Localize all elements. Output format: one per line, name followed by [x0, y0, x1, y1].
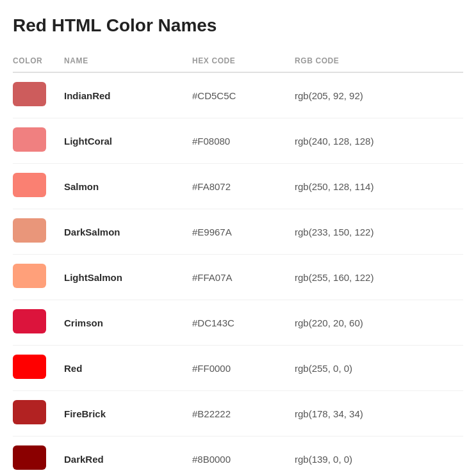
- color-swatch: [13, 400, 46, 424]
- header-hex: HEX CODE: [192, 51, 295, 72]
- hex-code: #8B0000: [192, 437, 295, 474]
- color-swatch: [13, 309, 46, 333]
- rgb-code: rgb(240, 128, 128): [295, 118, 463, 164]
- color-swatch: [13, 264, 46, 288]
- rgb-code: rgb(255, 160, 122): [295, 255, 463, 300]
- table-row: Crimson#DC143Crgb(220, 20, 60): [13, 300, 463, 346]
- color-swatch-cell: [13, 300, 64, 346]
- color-swatch: [13, 218, 46, 243]
- color-name: LightCoral: [64, 118, 192, 164]
- color-swatch-cell: [13, 255, 64, 300]
- table-row: Red#FF0000rgb(255, 0, 0): [13, 346, 463, 391]
- hex-code: #F08080: [192, 118, 295, 164]
- rgb-code: rgb(255, 0, 0): [295, 346, 463, 391]
- color-name: Salmon: [64, 164, 192, 209]
- header-rgb: RGB CODE: [295, 51, 463, 72]
- hex-code: #DC143C: [192, 300, 295, 346]
- color-swatch-cell: [13, 209, 64, 255]
- page-title: Red HTML Color Names: [13, 15, 463, 36]
- rgb-code: rgb(139, 0, 0): [295, 437, 463, 474]
- hex-code: #FA8072: [192, 164, 295, 209]
- color-name: IndianRed: [64, 72, 192, 118]
- color-swatch: [13, 82, 46, 106]
- table-row: DarkSalmon#E9967Argb(233, 150, 122): [13, 209, 463, 255]
- color-name: LightSalmon: [64, 255, 192, 300]
- table-row: FireBrick#B22222rgb(178, 34, 34): [13, 391, 463, 437]
- table-row: DarkRed#8B0000rgb(139, 0, 0): [13, 437, 463, 474]
- rgb-code: rgb(205, 92, 92): [295, 72, 463, 118]
- hex-code: #CD5C5C: [192, 72, 295, 118]
- color-swatch-cell: [13, 118, 64, 164]
- rgb-code: rgb(233, 150, 122): [295, 209, 463, 255]
- rgb-code: rgb(178, 34, 34): [295, 391, 463, 437]
- hex-code: #FFA07A: [192, 255, 295, 300]
- color-swatch-cell: [13, 72, 64, 118]
- rgb-code: rgb(250, 128, 114): [295, 164, 463, 209]
- color-name: Red: [64, 346, 192, 391]
- color-table: COLOR NAME HEX CODE RGB CODE IndianRed#C…: [13, 51, 463, 473]
- hex-code: #FF0000: [192, 346, 295, 391]
- color-name: Crimson: [64, 300, 192, 346]
- color-swatch-cell: [13, 437, 64, 474]
- color-swatch: [13, 127, 46, 152]
- hex-code: #B22222: [192, 391, 295, 437]
- color-swatch-cell: [13, 346, 64, 391]
- hex-code: #E9967A: [192, 209, 295, 255]
- header-name: NAME: [64, 51, 192, 72]
- table-row: LightSalmon#FFA07Argb(255, 160, 122): [13, 255, 463, 300]
- table-row: LightCoral#F08080rgb(240, 128, 128): [13, 118, 463, 164]
- color-swatch-cell: [13, 164, 64, 209]
- color-name: FireBrick: [64, 391, 192, 437]
- color-swatch: [13, 173, 46, 197]
- table-row: IndianRed#CD5C5Crgb(205, 92, 92): [13, 72, 463, 118]
- color-swatch: [13, 355, 46, 379]
- header-color: COLOR: [13, 51, 64, 72]
- rgb-code: rgb(220, 20, 60): [295, 300, 463, 346]
- color-name: DarkRed: [64, 437, 192, 474]
- table-row: Salmon#FA8072rgb(250, 128, 114): [13, 164, 463, 209]
- color-swatch: [13, 445, 46, 470]
- color-name: DarkSalmon: [64, 209, 192, 255]
- color-swatch-cell: [13, 391, 64, 437]
